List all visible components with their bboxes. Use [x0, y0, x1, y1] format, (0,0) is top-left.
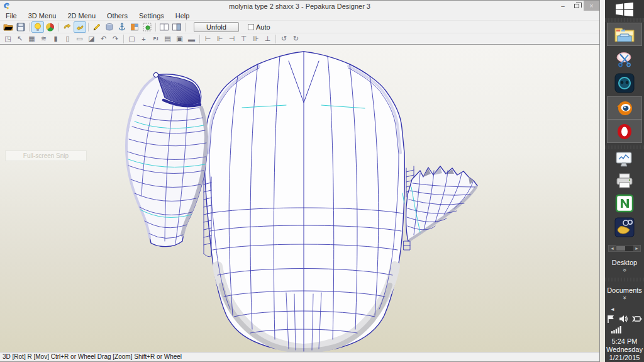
opera-icon: [616, 123, 633, 140]
save-icon[interactable]: [14, 21, 27, 33]
printer-icon: [615, 173, 634, 189]
documents-expand-chevron[interactable]: »: [621, 297, 628, 300]
pointer-tool-icon[interactable]: ↖: [14, 33, 26, 44]
hatch-lines-icon[interactable]: ≋: [38, 33, 50, 44]
marquee-icon[interactable]: ▢: [126, 33, 138, 44]
fin-face: [406, 166, 477, 241]
pane-left-icon[interactable]: [158, 21, 170, 33]
separator: [185, 23, 186, 31]
auto-checkbox[interactable]: [248, 24, 254, 30]
network-signal-icon[interactable]: [611, 326, 622, 334]
volume-icon[interactable]: [619, 315, 628, 323]
align-top-icon[interactable]: ⊤: [238, 33, 250, 44]
taskbar-clock[interactable]: 5:24 PM Wednesday 1/21/2015: [606, 337, 643, 362]
scroll-left-arrow[interactable]: ◄: [609, 246, 616, 251]
rotate-90-ccw-icon[interactable]: ↺: [278, 33, 290, 44]
menubar: File3D Menu2D MenuOthersSettingsHelp: [0, 11, 599, 20]
frame-icon[interactable]: ▯: [62, 33, 74, 44]
menu-file[interactable]: File: [0, 11, 23, 20]
window-title: molynia type 2 shaxx 3 - Pepakura Design…: [0, 3, 599, 10]
snipping-tool-app[interactable]: [605, 52, 644, 68]
desktop-toolbar-label[interactable]: Desktop: [612, 259, 637, 266]
glue-tab-icon[interactable]: ▮: [50, 33, 62, 44]
blender-app[interactable]: [607, 96, 642, 120]
start-button[interactable]: [605, 0, 644, 18]
rotate-view-icon[interactable]: [61, 21, 74, 33]
snipping-tool-icon: [615, 52, 634, 68]
printer-app[interactable]: [605, 173, 644, 189]
unfold-button[interactable]: Unfold: [194, 22, 239, 32]
menu-settings[interactable]: Settings: [133, 11, 170, 20]
windows-logo-icon: [616, 3, 633, 16]
close-button[interactable]: ×: [584, 1, 599, 11]
hand-coins-app[interactable]: [605, 217, 644, 237]
align-center-h-icon[interactable]: ⊩: [214, 33, 226, 44]
show-hidden-icons-arrow[interactable]: ◄: [610, 307, 615, 312]
notepad-n-app[interactable]: [605, 194, 644, 213]
rotate-90-cw-icon[interactable]: ↻: [290, 33, 302, 44]
auto-checkbox-label: Auto: [256, 23, 270, 31]
pane-right-icon[interactable]: [170, 21, 183, 33]
rotate-cw-icon[interactable]: ↷: [109, 33, 121, 44]
separator: [123, 35, 124, 43]
align-left-icon[interactable]: ⊢: [202, 33, 214, 44]
taskbar: ◄ ► Desktop » Documents » ◄: [605, 0, 644, 362]
menu-help[interactable]: Help: [170, 11, 196, 20]
separator: [275, 35, 276, 43]
select-edge-icon[interactable]: ◳: [2, 33, 14, 44]
menu-2d[interactable]: 2D Menu: [62, 11, 101, 20]
pencil-edit-icon[interactable]: [91, 21, 103, 33]
3d-viewport[interactable]: Full-screen Snip: [0, 45, 599, 352]
minimize-button[interactable]: –: [556, 1, 570, 11]
media-app-icon: [614, 73, 635, 93]
toolbar-main: Unfold Auto: [0, 20, 599, 33]
clock-day: Wednesday: [606, 346, 643, 354]
move-parts-icon[interactable]: +: [138, 33, 150, 44]
select-part-icon[interactable]: [141, 21, 153, 33]
rotate-ccw-icon[interactable]: ↶: [97, 33, 109, 44]
scroll-thumb[interactable]: [616, 246, 625, 251]
stack-parts-icon[interactable]: ▤: [162, 33, 174, 44]
separator: [58, 23, 59, 31]
media-app[interactable]: [605, 73, 644, 93]
open-file-icon[interactable]: [2, 21, 14, 33]
file-explorer-app[interactable]: [607, 23, 642, 46]
blender-icon: [615, 99, 634, 118]
hand-coins-icon: [614, 217, 635, 237]
desktop-edge: [600, 0, 605, 362]
anchor-icon[interactable]: [116, 21, 128, 33]
titlebar[interactable]: molynia type 2 shaxx 3 - Pepakura Design…: [0, 1, 599, 11]
flatten-icon[interactable]: ▭: [74, 33, 86, 44]
menu-others[interactable]: Others: [101, 11, 133, 20]
restore-button[interactable]: [570, 1, 584, 11]
display-graph-app[interactable]: [605, 151, 644, 169]
separator: [88, 23, 89, 31]
opera-app[interactable]: [607, 120, 642, 143]
separator: [199, 35, 200, 43]
print-range-icon[interactable]: ▬: [186, 33, 197, 44]
align-right-icon[interactable]: ⊣: [226, 33, 238, 44]
rotate-model-icon[interactable]: [74, 21, 86, 33]
sheet-image-icon[interactable]: ▣: [174, 33, 186, 44]
statusbar: 3D [Rot] R [Mov] Ctrl+R or Wheel Drag [Z…: [0, 352, 599, 361]
texture-box-icon[interactable]: [128, 21, 141, 33]
align-middle-icon[interactable]: ⊪: [250, 33, 262, 44]
desktop-expand-chevron[interactable]: »: [621, 269, 628, 273]
taskbar-scrollbar[interactable]: ◄ ►: [608, 245, 641, 252]
action-center-flag-icon[interactable]: [608, 315, 614, 323]
texture-stamp-icon[interactable]: ▦: [26, 33, 38, 44]
file-explorer-icon: [614, 26, 635, 43]
power-plug-icon[interactable]: [632, 315, 641, 323]
scroll-right-arrow[interactable]: ►: [633, 246, 640, 251]
light-toggle-icon[interactable]: [31, 21, 44, 33]
align-bottom-icon[interactable]: ⊥: [262, 33, 274, 44]
part-info-icon[interactable]: P.I: [150, 33, 162, 44]
separator: [155, 23, 156, 31]
fold-box-icon[interactable]: ◪: [86, 33, 97, 44]
pepakura-window: molynia type 2 shaxx 3 - Pepakura Design…: [0, 0, 600, 362]
screen: molynia type 2 shaxx 3 - Pepakura Design…: [0, 0, 644, 362]
material-sphere-icon[interactable]: [44, 21, 57, 33]
menu-3d[interactable]: 3D Menu: [23, 11, 62, 20]
solid-view-icon[interactable]: [103, 21, 116, 33]
documents-toolbar-label[interactable]: Documents: [607, 286, 642, 294]
